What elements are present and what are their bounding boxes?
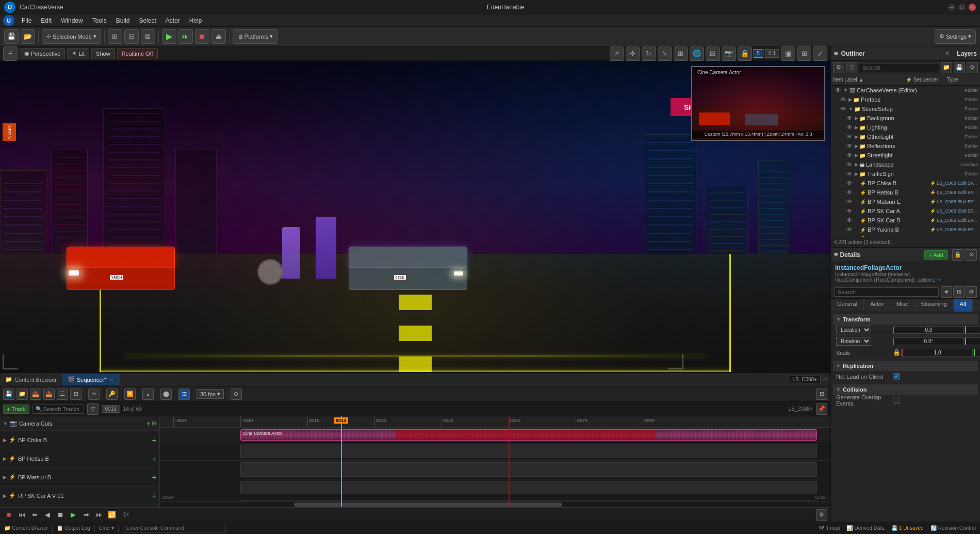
tab-streaming[interactable]: Streaming xyxy=(914,299,953,312)
seq-scrollbar[interactable] xyxy=(160,501,830,507)
col-item-label[interactable]: Item Label ▲ xyxy=(833,77,906,83)
revision-control-btn[interactable]: 🔄 Revision Control xyxy=(930,525,976,531)
track-rpskcar[interactable]: ▶ ⚡ RP SK Car A V 01 + xyxy=(0,487,159,505)
track-bphettsu-add[interactable]: + xyxy=(152,455,156,463)
tree-eye-bpskcarp[interactable]: 👁 xyxy=(846,217,853,224)
tree-reflections[interactable]: 👁 ▶ 📁 Reflections Folder xyxy=(831,141,980,151)
tree-eye-bpyukina[interactable]: 👁 xyxy=(846,226,853,233)
vp-camera-icon2[interactable]: 📷 xyxy=(722,46,736,61)
tree-eye-bpmatsuri[interactable]: 👁 xyxy=(846,198,853,205)
seq-list-btn[interactable]: ☰ xyxy=(57,389,68,400)
toolbar-snap3[interactable]: ⊠ xyxy=(141,29,155,44)
tree-bpyukina[interactable]: 👁 ⚡ BP Yukina B ⚡ LS_C068 Edit BP... xyxy=(831,225,980,234)
details-gear-btn[interactable]: ⚙ xyxy=(966,286,977,298)
play-btn[interactable]: ▶ xyxy=(162,29,176,44)
outliner-settings-btn[interactable]: ⚙ xyxy=(833,62,844,73)
replication-section-header[interactable]: ▼ Replication xyxy=(833,361,978,371)
vp-rotate-icon[interactable]: ↻ xyxy=(642,46,656,61)
vp-gizmo-icon[interactable]: ⊞ xyxy=(674,46,688,61)
track-bpmatsuri[interactable]: ▶ ⚡ BP Matsuri B + xyxy=(0,468,159,487)
tree-arrow-lighting[interactable]: ▶ xyxy=(855,125,858,130)
tree-bphettub[interactable]: 👁 ⚡ BP Hettsu B ⚡ LS_C068 Edit BP... xyxy=(831,188,980,197)
details-edit-cpp-btn[interactable]: Edit in C++ xyxy=(918,278,941,283)
vp-move-icon[interactable]: ✛ xyxy=(626,46,640,61)
tree-landscape[interactable]: 👁 ▶ 🏔 Landscape Landsca xyxy=(831,160,980,169)
seq-snap-btn[interactable]: ⊞ xyxy=(816,389,827,400)
step-forward-btn[interactable]: ➡ xyxy=(80,509,92,521)
rotation-y[interactable] xyxy=(965,337,980,345)
location-x[interactable] xyxy=(893,326,964,334)
realtime-btn[interactable]: Realtime Off xyxy=(117,48,158,59)
content-browser-tab[interactable]: 📁 Content Browser xyxy=(0,374,62,385)
details-star-btn[interactable]: ★ xyxy=(941,286,952,298)
tree-arrow-otherlight[interactable]: ▶ xyxy=(855,134,858,139)
menu-actor[interactable]: Actor xyxy=(161,16,184,25)
sequencer-tab-close[interactable]: ✕ xyxy=(108,377,115,382)
seq-record-btn[interactable]: ⊙ xyxy=(231,389,242,400)
tree-arrow-streetlight[interactable]: ▶ xyxy=(855,153,858,158)
vp-overlay-icon[interactable]: ▣ xyxy=(781,46,795,61)
derived-data-btn[interactable]: 📊 Derived Data xyxy=(846,525,884,531)
tree-backgroun[interactable]: 👁 ▶ 📁 Backgroun Folder xyxy=(831,114,980,123)
seq-scrollbar-thumb[interactable] xyxy=(294,503,562,507)
tree-bpskcar[interactable]: 👁 ⚡ BP SK Car A ⚡ LS_C068 Edit BP... xyxy=(831,206,980,216)
edit-bp-bpskcar[interactable]: Edit BP... xyxy=(958,208,977,214)
ue-menu-logo[interactable]: U xyxy=(3,15,14,26)
seq-keyframe-btn[interactable]: ⬥ xyxy=(142,389,154,400)
platforms-btn[interactable]: 🖥 Platforms ▾ xyxy=(233,29,277,44)
scale-y[interactable] xyxy=(974,349,980,357)
menu-help[interactable]: Help xyxy=(185,16,206,25)
rotation-dropdown[interactable]: Rotation xyxy=(836,337,871,346)
show-btn[interactable]: Show xyxy=(91,48,115,59)
seq-expand-icon[interactable]: ⤢ xyxy=(823,376,827,383)
tree-arrow-scenesetup[interactable]: ▼ xyxy=(848,106,853,111)
menu-build[interactable]: Build xyxy=(112,16,134,25)
seq-filter-btn[interactable]: 🔽 xyxy=(124,389,136,400)
seq-save-btn[interactable]: 💾 xyxy=(3,389,14,400)
stop-btn[interactable]: ⏹ xyxy=(195,29,209,44)
outliner-gear2-btn[interactable]: ⚙ xyxy=(967,62,978,73)
tree-arrow-prefabs[interactable]: ▶ xyxy=(848,97,852,102)
tmap-btn[interactable]: 🗺 T.map xyxy=(819,525,840,531)
tree-arrow-reflections[interactable]: ▶ xyxy=(855,143,858,149)
minimize-btn[interactable]: — xyxy=(948,4,955,11)
vp-scale-icon[interactable]: ⤡ xyxy=(658,46,672,61)
details-search-input[interactable] xyxy=(834,287,939,297)
track-rpskcar-expand[interactable]: ▶ xyxy=(3,493,7,498)
sequencer-tab[interactable]: 🎬 Sequencer* ✕ xyxy=(62,374,121,385)
tree-bpchikab[interactable]: 👁 ⚡ BP Chika B ⚡ LS_C068 Edit BP... xyxy=(831,179,980,188)
tree-scenesetup[interactable]: 👁 ▼ 📁 SceneSetup Folder xyxy=(831,104,980,114)
stop-playback-btn[interactable]: ⏹ xyxy=(55,509,66,521)
tree-eye-scenesetup[interactable]: 👁 xyxy=(840,105,846,112)
tree-bpmatsuri[interactable]: 👁 ⚡ BP Matsuri E ⚡ LS_C068 Edit BP... xyxy=(831,197,980,206)
outliner-search-input[interactable] xyxy=(859,63,939,72)
tree-lighting[interactable]: 👁 ▶ 📁 Lighting Folder xyxy=(831,123,980,132)
seq-transform-btn[interactable]: ⊡ xyxy=(178,389,190,400)
vp-maximize-icon[interactable]: ⤢ xyxy=(813,46,827,61)
maximize-btn[interactable]: □ xyxy=(958,4,966,11)
tree-eye-prefabs[interactable]: 👁 xyxy=(840,96,846,103)
details-lock-btn[interactable]: 🔒 xyxy=(952,249,963,261)
outliner-close[interactable]: ✕ xyxy=(945,50,950,57)
tab-all[interactable]: All xyxy=(954,299,973,312)
unsaved-badge[interactable]: 💾 1 Unsaved xyxy=(891,525,924,531)
location-dropdown[interactable]: Location xyxy=(836,326,871,334)
seq-import-btn[interactable]: 📥 xyxy=(30,389,41,400)
camera-cuts-expand[interactable]: ▼ xyxy=(3,421,8,426)
tree-arrow-backgroun[interactable]: ▶ xyxy=(855,116,858,121)
track-bpchika[interactable]: ▶ ⚡ BP Chika B + xyxy=(0,431,159,449)
content-drawer-btn[interactable]: 📁 Content Drawer xyxy=(4,525,48,531)
track-bpchika-add[interactable]: + xyxy=(152,436,156,444)
track-matsuri-clip[interactable] xyxy=(240,481,817,495)
menu-window[interactable]: Window xyxy=(57,16,87,25)
menu-file[interactable]: File xyxy=(18,16,36,25)
play-forward-btn[interactable]: ▶ xyxy=(68,509,79,521)
net-load-checkbox[interactable]: ✓ xyxy=(893,373,900,380)
vp-world-icon[interactable]: 🌐 xyxy=(690,46,704,61)
generate-overlap-checkbox[interactable] xyxy=(893,397,900,404)
seq-filter-icon[interactable]: ▽ xyxy=(87,403,99,415)
tree-carchaseverse[interactable]: 👁 ▼ 🎬 CarChaseVerse (Editor) Folder xyxy=(831,86,980,95)
skip-btn[interactable]: ⏭ xyxy=(178,29,193,44)
tree-arrow-landscape[interactable]: ▶ xyxy=(855,162,858,167)
transform-section-header[interactable]: ▼ Transform xyxy=(833,314,978,325)
